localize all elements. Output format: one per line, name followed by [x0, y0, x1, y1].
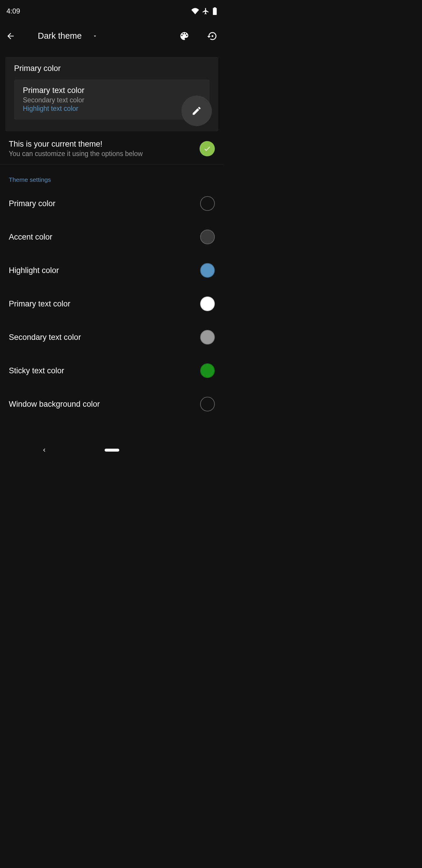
airplane-icon	[202, 7, 209, 15]
setting-label: Primary text color	[9, 300, 200, 309]
color-swatch	[200, 297, 215, 311]
wifi-icon	[191, 8, 199, 14]
battery-icon	[213, 7, 217, 15]
nav-back-icon[interactable]	[41, 447, 47, 453]
preview-card-header: Primary color	[5, 64, 218, 80]
section-title: Theme settings	[0, 164, 224, 187]
preview-primary-text: Primary text color	[23, 86, 201, 95]
edit-fab[interactable]	[182, 96, 212, 126]
current-theme-banner: This is your current theme! You can cust…	[0, 131, 224, 164]
setting-label: Sticky text color	[9, 366, 200, 375]
preview-secondary-text: Secondary text color	[23, 96, 201, 104]
current-theme-badge	[200, 141, 215, 156]
status-bar: 4:09	[0, 0, 224, 22]
color-swatch	[200, 229, 215, 244]
preview-box: Primary text color Secondary text color …	[14, 80, 209, 120]
palette-button[interactable]	[179, 31, 190, 41]
setting-label: Primary color	[9, 199, 200, 208]
palette-icon	[179, 31, 190, 41]
back-button[interactable]	[6, 31, 15, 41]
current-theme-title: This is your current theme!	[9, 140, 194, 149]
restore-icon	[207, 31, 218, 41]
setting-label: Accent color	[9, 232, 200, 242]
setting-row[interactable]: Window background color	[0, 388, 224, 421]
theme-selector[interactable]: Dark theme	[38, 31, 161, 41]
setting-row[interactable]: Primary color	[0, 187, 224, 220]
setting-row[interactable]: Sticky text color	[0, 354, 224, 388]
setting-label: Secondary text color	[9, 333, 200, 342]
settings-list: Primary colorAccent colorHighlight color…	[0, 187, 224, 421]
setting-row[interactable]: Secondary text color	[0, 320, 224, 354]
restore-button[interactable]	[207, 31, 218, 41]
setting-label: Highlight color	[9, 266, 200, 275]
check-icon	[203, 145, 211, 153]
color-swatch	[200, 196, 215, 211]
arrow-left-icon	[6, 31, 15, 41]
setting-label: Window background color	[9, 400, 200, 409]
status-time: 4:09	[6, 7, 20, 15]
preview-card: Primary color Primary text color Seconda…	[5, 57, 218, 131]
preview-highlight-text: Highlight text color	[23, 105, 201, 113]
color-swatch	[200, 330, 215, 345]
setting-row[interactable]: Highlight color	[0, 254, 224, 287]
color-swatch	[200, 263, 215, 278]
app-bar: Dark theme	[0, 22, 224, 50]
status-icons	[191, 7, 217, 15]
setting-row[interactable]: Accent color	[0, 220, 224, 254]
color-swatch	[200, 397, 215, 411]
chevron-down-icon	[92, 33, 98, 39]
current-theme-subtitle: You can customize it using the options b…	[9, 150, 194, 158]
theme-selector-label: Dark theme	[38, 31, 82, 41]
color-swatch	[200, 363, 215, 378]
home-handle[interactable]	[105, 449, 119, 452]
setting-row[interactable]: Primary text color	[0, 287, 224, 320]
system-nav-bar	[0, 440, 224, 460]
pencil-icon	[191, 105, 202, 116]
